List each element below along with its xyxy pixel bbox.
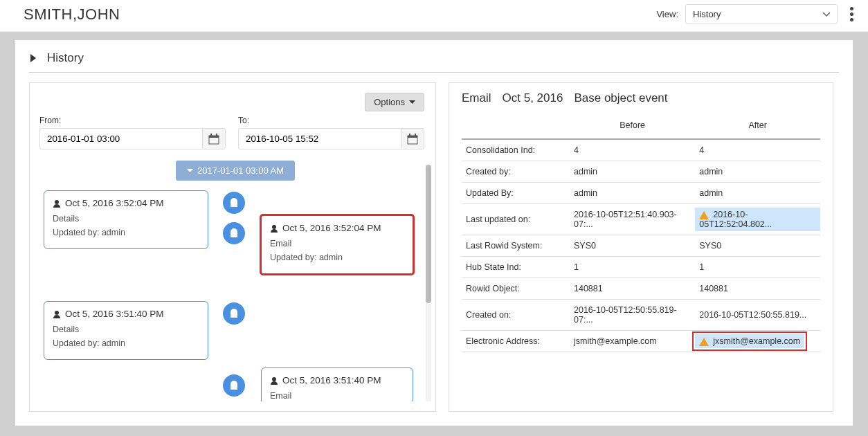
history-card-selected[interactable]: Oct 5, 2016 3:52:04 PM Email Updated by:…	[261, 215, 413, 274]
table-row: Created on:2016-10-05T12:50:55.819-07:..…	[462, 300, 820, 331]
detail-title: Email Oct 5, 2016 Base object event	[462, 91, 820, 105]
from-label: From:	[39, 116, 226, 125]
section-title: History	[47, 51, 84, 65]
table-row: Last updated on:2016-10-05T12:51:40.903-…	[462, 204, 820, 235]
svg-rect-12	[230, 314, 237, 318]
caret-down-icon	[409, 100, 415, 105]
card-updatedby: Updated by: admin	[53, 338, 199, 348]
svg-point-15	[272, 377, 276, 381]
row-after: admin	[695, 183, 820, 204]
warning-icon	[699, 211, 709, 219]
row-label: Consolidation Ind:	[462, 139, 570, 161]
svg-rect-7	[415, 134, 416, 136]
page-title: SMITH,JOHN	[24, 6, 120, 24]
detail-entity: Email	[462, 91, 491, 105]
row-after: SYS0	[695, 235, 820, 257]
chevron-right-icon[interactable]	[29, 53, 37, 63]
detail-panel: Email Oct 5, 2016 Base object event Befo…	[449, 82, 833, 412]
row-label: Last updated on:	[462, 204, 570, 235]
to-date-input[interactable]	[238, 128, 401, 149]
svg-point-9	[55, 200, 59, 204]
row-label: Electronic Address:	[462, 331, 570, 352]
diff-table: Before After Consolidation Ind:44Created…	[462, 113, 820, 352]
person-icon	[53, 310, 61, 318]
timeline-marker[interactable]: 2017-01-01 03:00 AM	[176, 161, 295, 181]
row-after: 4	[695, 139, 820, 161]
row-before: SYS0	[570, 235, 695, 257]
detail-event: Base object event	[574, 91, 667, 105]
row-before: admin	[570, 183, 695, 204]
main-content: History Options From:	[15, 40, 853, 426]
svg-point-11	[272, 225, 276, 229]
view-label: View:	[656, 9, 678, 19]
svg-rect-6	[409, 134, 410, 136]
options-button[interactable]: Options	[365, 93, 424, 111]
svg-rect-10	[230, 234, 237, 237]
to-label: To:	[238, 116, 424, 125]
card-timestamp: Oct 5, 2016 3:51:40 PM	[65, 309, 164, 319]
row-before: 1	[570, 257, 695, 278]
row-label: Created by:	[462, 161, 570, 183]
row-before: 2016-10-05T12:51:40.903-07:...	[570, 204, 695, 235]
overflow-menu[interactable]	[844, 7, 858, 21]
card-type: Email	[270, 239, 404, 248]
col-after: After	[695, 113, 820, 139]
row-after: 1	[695, 257, 820, 278]
timeline-node[interactable]	[223, 374, 245, 397]
card-timestamp: Oct 5, 2016 3:52:04 PM	[65, 198, 164, 208]
table-row: Rowid Object:140881140881	[462, 278, 820, 300]
view-dropdown[interactable]: History	[685, 4, 838, 24]
caret-down-icon	[187, 169, 193, 173]
row-after: 140881	[695, 278, 820, 300]
marker-label: 2017-01-01 03:00 AM	[197, 165, 284, 176]
table-row: Hub State Ind:11	[462, 257, 820, 278]
person-icon	[270, 376, 278, 385]
row-label: Updated By:	[462, 183, 570, 204]
table-row: Electronic Address:jsmith@example.comjxs…	[462, 331, 820, 352]
card-type: Details	[53, 214, 199, 224]
svg-rect-2	[210, 134, 212, 136]
calendar-icon[interactable]	[202, 128, 226, 149]
table-row: Updated By:adminadmin	[462, 183, 820, 204]
row-before: 140881	[570, 278, 695, 300]
history-card[interactable]: Oct 5, 2016 3:51:40 PM Details Updated b…	[44, 301, 208, 360]
row-label: Last Rowid System:	[462, 235, 570, 257]
svg-rect-14	[230, 386, 237, 390]
options-label: Options	[374, 97, 405, 107]
view-value: History	[693, 9, 721, 19]
person-icon	[270, 224, 278, 233]
row-label: Hub State Ind:	[462, 257, 570, 278]
card-updatedby: Updated by: admin	[270, 253, 404, 262]
svg-rect-3	[216, 134, 217, 136]
timeline-node[interactable]	[223, 302, 245, 325]
row-before: 2016-10-05T12:50:55.819-07:...	[570, 300, 695, 331]
from-date-input[interactable]	[39, 128, 202, 149]
timeline-node[interactable]	[223, 222, 245, 244]
history-card[interactable]: Oct 5, 2016 3:51:40 PM Email	[261, 367, 413, 401]
warning-icon	[699, 338, 709, 346]
row-label: Rowid Object:	[462, 278, 570, 300]
row-before: jsmith@example.com	[570, 331, 695, 352]
svg-point-13	[55, 311, 59, 315]
row-after: admin	[695, 161, 820, 183]
section-header: History	[29, 50, 839, 73]
row-after: 2016-10-05T12:50:55.819...	[695, 300, 820, 331]
table-row: Created by:adminadmin	[462, 161, 820, 183]
card-timestamp: Oct 5, 2016 3:51:40 PM	[282, 375, 381, 385]
timeline-node[interactable]	[223, 192, 245, 214]
table-row: Last Rowid System:SYS0SYS0	[462, 235, 820, 257]
card-timestamp: Oct 5, 2016 3:52:04 PM	[282, 223, 381, 233]
row-label: Created on:	[462, 300, 570, 331]
row-after: jxsmith@example.com	[695, 331, 820, 352]
detail-date: Oct 5, 2016	[503, 91, 563, 105]
row-after: 2016-10-05T12:52:04.802...	[695, 204, 820, 235]
card-type: Details	[53, 325, 199, 334]
row-before: admin	[570, 161, 695, 183]
person-icon	[53, 199, 61, 208]
scrollbar[interactable]	[426, 165, 431, 401]
history-card[interactable]: Oct 5, 2016 3:52:04 PM Details Updated b…	[44, 190, 208, 249]
calendar-icon[interactable]	[401, 128, 424, 149]
svg-rect-8	[230, 203, 237, 207]
table-row: Consolidation Ind:44	[462, 139, 820, 161]
card-updatedby: Updated by: admin	[53, 228, 199, 237]
